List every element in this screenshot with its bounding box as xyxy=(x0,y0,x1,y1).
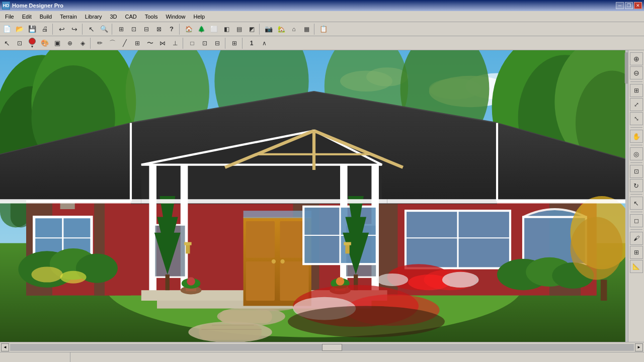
exterior-view[interactable]: 🌲 xyxy=(195,24,207,35)
spline-tool[interactable]: ⊞ xyxy=(131,38,143,49)
measure-button[interactable]: 📐 xyxy=(630,260,643,273)
menu-help[interactable]: Help xyxy=(190,13,209,21)
arc-tool[interactable]: ⌒ xyxy=(106,38,118,49)
close-button[interactable]: ✕ xyxy=(634,2,642,9)
3d-view-button[interactable]: ⊡ xyxy=(630,165,643,178)
perspective-view[interactable]: 🏠 xyxy=(183,24,195,35)
walk-view[interactable]: 🏡 xyxy=(275,24,287,35)
maximize-button[interactable]: ❐ xyxy=(625,2,633,9)
line-tool[interactable]: ╱ xyxy=(119,38,131,49)
main-area: ⊕ ⊖ ⊞ ⤢ ⤡ ✋ ◎ ⊡ ↻ ↖ ◻ 🖌 ⊞ 📐 xyxy=(0,50,644,342)
paint-button[interactable]: 🖌 xyxy=(630,232,643,245)
sep5 xyxy=(259,24,261,35)
save-button[interactable]: 💾 xyxy=(26,24,38,35)
roof-view[interactable]: ▤ xyxy=(233,24,245,35)
preview-view[interactable]: ⊡ xyxy=(128,24,140,35)
rotate-button[interactable]: ↻ xyxy=(630,179,643,192)
shrink-button[interactable]: ⤡ xyxy=(630,112,643,125)
menu-library[interactable]: Library xyxy=(81,13,106,21)
tool-f[interactable]: ⊞ xyxy=(228,38,240,49)
fill-tool[interactable]: ▣ xyxy=(51,38,63,49)
cursor-button[interactable]: ↖ xyxy=(630,197,643,210)
sep6 xyxy=(314,24,316,35)
sep4 xyxy=(179,24,181,35)
pencil-tool[interactable]: ✏ xyxy=(94,38,106,49)
svg-point-115 xyxy=(187,277,195,286)
redo-button[interactable]: ↪ xyxy=(68,24,80,35)
tool-a[interactable]: ⊕ xyxy=(64,38,76,49)
overview-btn[interactable]: ▦ xyxy=(300,24,312,35)
scrollbar-bottom: ◄ ► xyxy=(0,342,644,352)
svg-rect-136 xyxy=(184,242,192,245)
select-button[interactable]: ◻ xyxy=(630,214,643,227)
color-picker[interactable]: ▼ xyxy=(26,38,38,49)
elevation-view[interactable]: ⊠ xyxy=(153,24,165,35)
zoom-out-button[interactable]: ⊖ xyxy=(630,66,643,79)
elevation-front[interactable]: ◧ xyxy=(220,24,232,35)
rs-sep6 xyxy=(630,212,642,212)
number-input[interactable]: 1 xyxy=(246,38,258,49)
select-area-tool[interactable]: ⊡ xyxy=(14,38,26,49)
orbit-button[interactable]: ◎ xyxy=(630,147,643,160)
svg-rect-72 xyxy=(246,261,275,301)
scroll-right-button[interactable]: ► xyxy=(635,343,643,351)
dimension-tool[interactable]: ⊥ xyxy=(169,38,181,49)
svg-point-102 xyxy=(31,266,62,282)
statusbar-left xyxy=(0,352,70,362)
schedule-btn[interactable]: 📋 xyxy=(317,24,330,35)
angle-tool[interactable]: ∧ xyxy=(258,38,270,49)
zoom-tool[interactable]: 🔍 xyxy=(98,24,110,35)
svg-rect-29 xyxy=(199,324,262,340)
menu-cad[interactable]: CAD xyxy=(121,13,140,21)
menu-edit[interactable]: Edit xyxy=(18,13,36,21)
minimize-button[interactable]: ─ xyxy=(616,2,624,9)
svg-rect-141 xyxy=(387,199,628,203)
floor-overview[interactable]: ⬜ xyxy=(208,24,220,35)
new-button[interactable]: 📄 xyxy=(1,24,13,35)
wave-tool[interactable]: 〜 xyxy=(144,38,156,49)
floorplan-view[interactable]: ⊞ xyxy=(115,24,127,35)
tool-e[interactable]: ⊟ xyxy=(211,38,223,49)
svg-rect-30 xyxy=(220,310,272,323)
section-view[interactable]: ⊟ xyxy=(140,24,152,35)
menu-file[interactable]: File xyxy=(1,13,18,21)
camera-tool[interactable]: 📷 xyxy=(263,24,275,35)
sep1 xyxy=(52,24,54,35)
undo-button[interactable]: ↩ xyxy=(56,24,68,35)
rect-tool[interactable]: □ xyxy=(186,38,198,49)
svg-rect-142 xyxy=(625,50,628,342)
scroll-thumb[interactable] xyxy=(322,344,342,351)
svg-rect-70 xyxy=(246,221,275,258)
paint-tool[interactable]: 🎨 xyxy=(39,38,51,49)
svg-point-119 xyxy=(336,277,345,286)
titlebar-left: HD Home Designer Pro xyxy=(2,2,63,10)
menu-tools[interactable]: Tools xyxy=(141,13,162,21)
expand-button[interactable]: ⤢ xyxy=(630,98,643,111)
grid-button[interactable]: ⊞ xyxy=(630,246,643,259)
foundation-view[interactable]: ◩ xyxy=(246,24,258,35)
fit-button[interactable]: ⊞ xyxy=(630,84,643,97)
tsep2 xyxy=(183,38,185,49)
select-tool[interactable]: ↖ xyxy=(1,38,13,49)
tool-d[interactable]: ⊡ xyxy=(199,38,211,49)
menu-window[interactable]: Window xyxy=(162,13,189,21)
dollhouse-view[interactable]: ⌂ xyxy=(288,24,300,35)
menu-terrain[interactable]: Terrain xyxy=(56,13,81,21)
statusbar xyxy=(0,352,644,362)
canvas-area[interactable] xyxy=(0,50,628,342)
menu-3d[interactable]: 3D xyxy=(106,13,121,21)
pan-button[interactable]: ✋ xyxy=(630,130,643,143)
tsep3 xyxy=(225,38,227,49)
print-button[interactable]: 🖨 xyxy=(39,24,51,35)
tool-b[interactable]: ◈ xyxy=(76,38,89,49)
tool-c[interactable]: ⋈ xyxy=(156,38,169,49)
zoom-in-button[interactable]: ⊕ xyxy=(630,52,643,65)
svg-rect-107 xyxy=(166,275,170,290)
scroll-track[interactable] xyxy=(10,344,634,351)
menu-build[interactable]: Build xyxy=(36,13,56,21)
svg-point-123 xyxy=(442,272,479,288)
help-button[interactable]: ? xyxy=(166,24,178,35)
scroll-left-button[interactable]: ◄ xyxy=(1,343,9,351)
pointer-tool[interactable]: ↖ xyxy=(86,24,98,35)
open-button[interactable]: 📂 xyxy=(14,24,26,35)
